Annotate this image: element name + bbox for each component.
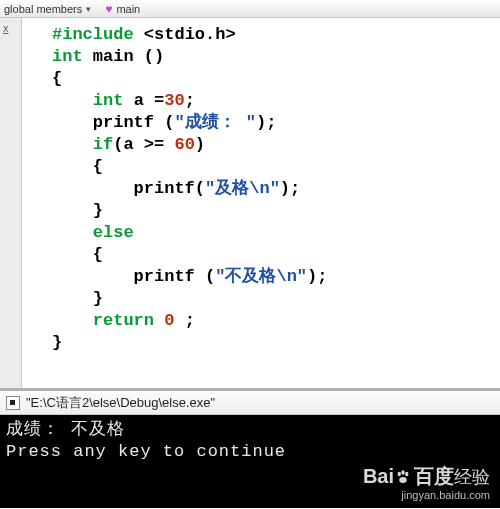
console-titlebar[interactable]: "E:\C语言2\else\Debug\else.exe" bbox=[0, 391, 500, 415]
console-line: 成绩： 不及格 bbox=[6, 420, 125, 439]
toolbar-left-label[interactable]: global members bbox=[4, 3, 82, 15]
console-window: "E:\C语言2\else\Debug\else.exe" 成绩： 不及格 Pr… bbox=[0, 390, 500, 508]
console-title-text: "E:\C语言2\else\Debug\else.exe" bbox=[26, 394, 215, 412]
heart-icon[interactable]: ♥ bbox=[105, 2, 112, 16]
console-output: 成绩： 不及格 Press any key to continue bbox=[0, 415, 500, 508]
close-icon[interactable]: x bbox=[3, 22, 9, 34]
dropdown-arrow-icon[interactable]: ▾ bbox=[82, 4, 95, 14]
code-editor[interactable]: #include <stdio.h> int main () { int a =… bbox=[22, 18, 500, 388]
editor-gutter: x bbox=[0, 18, 22, 388]
toolbar-right-label[interactable]: main bbox=[116, 3, 140, 15]
app-icon bbox=[6, 396, 20, 410]
top-toolbar: global members ▾ ♥ main bbox=[0, 0, 500, 18]
console-line: Press any key to continue bbox=[6, 442, 286, 461]
editor-area: x #include <stdio.h> int main () { int a… bbox=[0, 18, 500, 390]
